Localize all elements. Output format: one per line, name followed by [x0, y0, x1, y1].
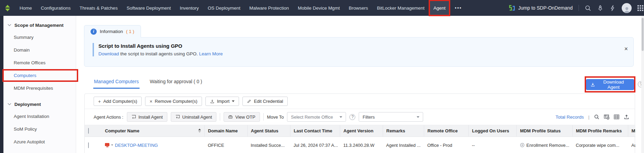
nav-item-agent[interactable]: Agent: [429, 0, 450, 16]
column-remote-office[interactable]: Remote Office: [424, 125, 468, 136]
column-agent-version[interactable]: Agent Version: [340, 125, 383, 136]
vertical-scrollbar[interactable]: [641, 16, 644, 153]
column-logged-on-users[interactable]: Logged On Users: [468, 125, 516, 136]
sidebar-item-abm-dep[interactable]: ABM/DEP: [3, 148, 76, 153]
uninstall-agent-button[interactable]: Uninstall Agent: [171, 112, 217, 122]
filters-select[interactable]: Filters: [359, 112, 423, 122]
install-agent-icon: [131, 114, 136, 119]
mdm-profile-remarks-cell: Corporate wipe com...: [572, 136, 628, 153]
tab-waiting-for-approval[interactable]: Waiting for approval ( 0 ): [149, 79, 203, 89]
last-contact-time-cell: Jul 26, 2024 07:37 A...: [290, 136, 340, 153]
jump-to-sdp-link[interactable]: Jump to SDP-OnDemand: [509, 5, 573, 11]
help-icon[interactable]: ?: [349, 114, 355, 120]
edit-credential-button[interactable]: Edit Credential: [242, 97, 287, 106]
export-icon[interactable]: [624, 114, 629, 120]
apps-grid-icon[interactable]: [637, 5, 643, 11]
download-script-link[interactable]: Download: [98, 51, 119, 56]
column-mdm-profile-status[interactable]: MDM Profile Status: [516, 125, 572, 136]
search-icon[interactable]: [594, 114, 599, 120]
sidebar-item-domain[interactable]: Domain: [3, 44, 76, 56]
otp-icon: [228, 114, 233, 119]
sidebar-item-computers[interactable]: Computers: [3, 69, 76, 82]
move-to-label: Move To: [267, 114, 284, 120]
add-column-icon[interactable]: [604, 114, 609, 120]
import-button[interactable]: Import: [205, 97, 239, 106]
rocket-icon[interactable]: [597, 5, 604, 11]
agent-actions-bar: Agent Actions : Install Agent Uninstall …: [85, 109, 635, 125]
nav-item-bitlocker-management[interactable]: BitLocker Management: [372, 0, 429, 16]
select-all-checkbox[interactable]: [88, 128, 89, 134]
column-last-contact-time[interactable]: Last Contact Time: [290, 125, 340, 136]
sidebar-item-som-policy[interactable]: SoM Policy: [3, 123, 76, 135]
column-domain-name[interactable]: Domain Name: [204, 125, 247, 136]
nav-more-button[interactable]: •••: [450, 5, 467, 11]
row-checkbox[interactable]: [88, 142, 89, 148]
sidebar-item-summary[interactable]: Summary: [3, 31, 76, 44]
information-tab[interactable]: i Information ( 1 ): [84, 25, 141, 37]
nav-menu: Home Configurations Threats & Patches So…: [15, 0, 467, 16]
lightning-icon[interactable]: [609, 5, 616, 11]
top-navbar: Home Configurations Threats & Patches So…: [0, 0, 644, 16]
add-computers-button[interactable]: + Add Computer(s): [94, 97, 142, 106]
nav-item-configurations[interactable]: Configurations: [36, 0, 75, 16]
agent-version-cell: 11.3.2400.28.W: [340, 136, 383, 153]
sidebar-section-scope-of-management[interactable]: Scope of Management: [3, 19, 76, 31]
computer-name-link[interactable]: DESKTOP-MEETING: [115, 143, 158, 148]
computer-name-cell: DESKTOP-MEETING: [102, 136, 204, 153]
sidebar-item-azure-autopilot[interactable]: Azure Autopilot: [3, 135, 76, 148]
caret-down-icon[interactable]: [111, 144, 113, 146]
gpo-script-banner: Script to Install Agents using GPO Downl…: [93, 43, 633, 56]
search-icon[interactable]: [585, 5, 591, 11]
tab-managed-computers[interactable]: Managed Computers: [93, 79, 140, 89]
view-otp-label: View OTP: [235, 114, 255, 120]
scrollbar-thumb[interactable]: [642, 18, 644, 51]
table-header-row: Computer Name Domain Name Agent Status L…: [85, 125, 635, 136]
collapsed-left-rail[interactable]: [0, 16, 3, 153]
add-computers-label: Add Computer(s): [103, 99, 137, 104]
view-otp-button[interactable]: View OTP: [224, 112, 260, 122]
nav-item-malware-protection[interactable]: Malware Protection: [245, 0, 294, 16]
agent-actions-label: Agent Actions :: [94, 114, 123, 120]
table-row: DESKTOP-MEETING OFFICE Installed Succe..…: [85, 136, 635, 153]
remarks-cell: Agent Installed ...: [383, 136, 424, 153]
nav-item-threats-patches[interactable]: Threats & Patches: [75, 0, 122, 16]
download-agent-button[interactable]: Download Agent: [586, 79, 634, 90]
nav-item-os-deployment[interactable]: OS Deployment: [203, 0, 245, 16]
sidebar: Scope of Management Summary Domain Remot…: [3, 16, 76, 153]
close-icon[interactable]: ×: [624, 46, 628, 52]
nav-item-inventory[interactable]: Inventory: [175, 0, 203, 16]
mdm-profile-status-cell: Enrollment Remove...: [516, 136, 572, 153]
nav-item-mobile-device-mgmt[interactable]: Mobile Device Mgmt: [294, 0, 344, 16]
sidebar-item-mdm-prerequisites[interactable]: MDM Prerequisites: [3, 82, 76, 95]
sidebar-item-agent-installation[interactable]: Agent Installation: [3, 110, 76, 123]
nav-item-home[interactable]: Home: [15, 0, 36, 16]
learn-more-link[interactable]: Learn More: [199, 51, 223, 56]
column-md-clipped[interactable]: MD: [628, 125, 635, 136]
information-tab-label: Information: [100, 29, 123, 34]
caret-down-icon: [339, 116, 342, 118]
remove-computers-button[interactable]: × Remove Computer(s): [145, 97, 202, 106]
sidebar-item-remote-offices[interactable]: Remote Offices: [3, 56, 76, 69]
pencil-icon: [247, 99, 251, 103]
app-logo-icon[interactable]: [0, 0, 15, 16]
sidebar-section-label: Deployment: [14, 102, 41, 107]
total-records-link[interactable]: Total Records: [556, 114, 584, 120]
sidebar-section-deployment[interactable]: Deployment: [3, 98, 76, 110]
nav-right-group: Jump to SDP-OnDemand: [509, 3, 644, 13]
column-remarks[interactable]: Remarks: [383, 125, 424, 136]
nav-item-browsers[interactable]: Browsers: [344, 0, 372, 16]
install-agent-button[interactable]: Install Agent: [127, 112, 167, 122]
column-agent-status[interactable]: Agent Status: [247, 125, 290, 136]
app-window: Home Configurations Threats & Patches So…: [0, 0, 644, 153]
sort-toggle-icon[interactable]: [195, 129, 201, 133]
column-view-icon[interactable]: [614, 114, 619, 120]
nav-item-software-deployment[interactable]: Software Deployment: [122, 0, 175, 16]
mdm-profile-status-text: Enrollment Remove...: [526, 143, 569, 148]
column-computer-name[interactable]: Computer Name: [102, 125, 204, 136]
row-checkbox-cell: [85, 136, 102, 153]
divider: |: [588, 114, 589, 120]
column-mdm-profile-remarks[interactable]: MDM Profile Remarks: [572, 125, 628, 136]
remote-office-select[interactable]: Select Remote Office: [287, 112, 346, 122]
divider: [220, 113, 220, 121]
user-avatar[interactable]: [622, 3, 632, 13]
